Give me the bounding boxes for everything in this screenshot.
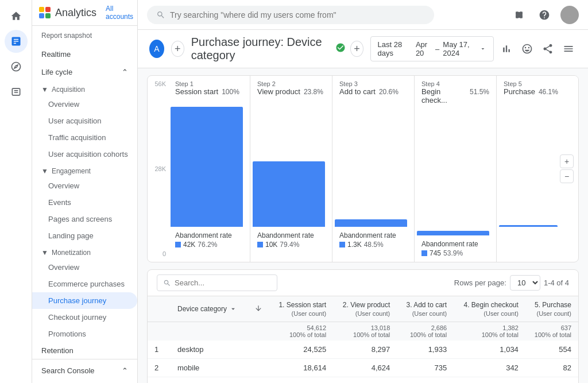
share-icon[interactable] bbox=[540, 38, 556, 59]
sidebar-engagement-header[interactable]: ▼ Engagement bbox=[32, 163, 137, 177]
table-search-bar[interactable] bbox=[157, 274, 277, 291]
sidebar-realtime[interactable]: Realtime bbox=[32, 45, 137, 63]
funnel-step-4: Step 4 Begin check... 51.5% Abandonme bbox=[415, 76, 497, 262]
sidebar-item-purchase-journey[interactable]: Purchase journey bbox=[32, 292, 137, 309]
step-4-bar-area bbox=[415, 109, 496, 235]
sidebar-monetization-header[interactable]: ▼ Monetization bbox=[32, 244, 137, 259]
step-5-bar bbox=[499, 225, 558, 227]
zoom-in-button[interactable]: + bbox=[560, 154, 574, 168]
sidebar-search-console-section: Search Console ⌃ ► Search Console bbox=[32, 359, 137, 383]
sidebar-item-landing-page[interactable]: Landing page bbox=[32, 227, 137, 244]
sidebar-item-eng-overview[interactable]: Overview bbox=[32, 177, 137, 194]
more-icon[interactable] bbox=[560, 38, 577, 59]
page-title: Purchase journey: Device category + bbox=[191, 36, 363, 62]
sidebar-item-retention[interactable]: Retention bbox=[32, 342, 137, 359]
topbar bbox=[138, 0, 588, 30]
sidebar-item-promotions[interactable]: Promotions bbox=[32, 326, 137, 342]
funnel-step-3: Step 3 Add to cart 20.6% Abandonment bbox=[332, 76, 415, 262]
zoom-out-button[interactable]: − bbox=[560, 169, 574, 183]
table-header-row: Device category 1. Session start (User c… bbox=[148, 296, 578, 322]
step-3-header: Step 3 Add to cart 20.6% bbox=[332, 76, 414, 100]
sidebar-item-traffic-acquisition[interactable]: Traffic acquisition bbox=[32, 129, 137, 146]
add-comparison-button[interactable]: + bbox=[171, 41, 184, 57]
sidebar-item-checkout-journey[interactable]: Checkout journey bbox=[32, 309, 137, 326]
col-device[interactable]: Device category bbox=[171, 296, 247, 322]
apps-icon[interactable] bbox=[510, 6, 528, 24]
help-icon[interactable] bbox=[535, 6, 554, 24]
search-bar[interactable] bbox=[147, 6, 434, 24]
sidebar-icon-reports[interactable] bbox=[5, 30, 28, 53]
table-search-icon bbox=[163, 279, 171, 287]
sidebar-report-snapshot[interactable]: Report snapshot bbox=[32, 26, 137, 45]
svg-rect-0 bbox=[516, 11, 519, 14]
app-logo bbox=[39, 5, 51, 21]
sidebar: Analytics All accounts Report snapshot R… bbox=[0, 0, 138, 383]
step-3-bar-area bbox=[332, 100, 414, 227]
sidebar-acquisition-header[interactable]: ▼ Acquisition bbox=[32, 81, 137, 96]
table-toolbar: Rows per page: 10 25 50 1-4 of 4 bbox=[148, 270, 578, 296]
col-number bbox=[148, 296, 171, 322]
page-header-right: Last 28 days Apr 20 – May 17, 2024 bbox=[370, 36, 577, 61]
table-row: 2 mobile 18,614 4,624 735 342 82 bbox=[148, 359, 578, 377]
step-1-bar bbox=[171, 107, 243, 227]
emoji-icon[interactable] bbox=[519, 38, 535, 59]
sidebar-item-acq-overview[interactable]: Overview bbox=[32, 96, 137, 113]
zoom-controls: + − bbox=[560, 154, 574, 183]
date-chevron-icon bbox=[479, 44, 486, 53]
device-filter-icon[interactable] bbox=[229, 305, 237, 313]
funnel-chart-wrapper: 56K 28K 0 Step 1 Session start 1 bbox=[148, 76, 578, 262]
content-area: 56K 28K 0 Step 1 Session start 1 bbox=[138, 68, 588, 383]
col-sort-icon[interactable] bbox=[247, 296, 269, 322]
sidebar-item-user-acquisition-cohorts[interactable]: User acquisition cohorts bbox=[32, 146, 137, 163]
topbar-right bbox=[510, 6, 579, 24]
icon-rail bbox=[0, 0, 32, 383]
page-header: A + Purchase journey: Device category + … bbox=[138, 30, 588, 68]
date-range-button[interactable]: Last 28 days Apr 20 – May 17, 2024 bbox=[370, 36, 494, 61]
data-table-area: Rows per page: 10 25 50 1-4 of 4 bbox=[147, 269, 579, 383]
step-2-header: Step 2 View product 23.8% bbox=[250, 76, 332, 100]
add-segment-button[interactable]: + bbox=[350, 41, 363, 57]
funnel-chart-area: 56K 28K 0 Step 1 Session start 1 bbox=[147, 75, 579, 262]
app-title: Analytics bbox=[55, 7, 96, 19]
sidebar-item-ecommerce-purchases[interactable]: Ecommerce purchases bbox=[32, 276, 137, 292]
sidebar-search-console-header[interactable]: Search Console ⌃ bbox=[41, 364, 128, 377]
data-table: Device category 1. Session start (User c… bbox=[148, 296, 578, 383]
sidebar-lifecycle-header[interactable]: Life cycle ⌃ bbox=[32, 63, 137, 81]
sidebar-icon-advertising[interactable] bbox=[5, 80, 28, 103]
sidebar-item-pages-screens[interactable]: Pages and screens bbox=[32, 211, 137, 227]
svg-rect-1 bbox=[520, 11, 523, 14]
step-4-abandonment: Abandonment rate 745 53.9% bbox=[415, 235, 496, 262]
sidebar-item-mon-overview[interactable]: Overview bbox=[32, 259, 137, 276]
sidebar-icon-explore[interactable] bbox=[5, 55, 28, 78]
step-2-abandonment: Abandonment rate 10K 79.4% bbox=[250, 227, 332, 253]
sidebar-item-events[interactable]: Events bbox=[32, 194, 137, 211]
page-avatar: A bbox=[149, 40, 164, 58]
col-begin-checkout: 4. Begin checkout (User count) bbox=[454, 296, 525, 322]
funnel-step-1: Step 1 Session start 100% Abandonment bbox=[168, 76, 250, 262]
chart-type-icon[interactable] bbox=[498, 38, 514, 59]
search-input[interactable] bbox=[170, 10, 425, 20]
table-search-input[interactable] bbox=[175, 278, 271, 287]
main-area: A + Purchase journey: Device category + … bbox=[138, 0, 588, 383]
step-3-abandonment: Abandonment rate 1.3K 48.5% bbox=[332, 227, 414, 253]
col-view-product: 2. View product (User count) bbox=[333, 296, 397, 322]
sidebar-item-user-acquisition[interactable]: User acquisition bbox=[32, 113, 137, 129]
all-accounts-link[interactable]: All accounts bbox=[106, 5, 133, 21]
step-1-bar-area bbox=[168, 100, 250, 227]
col-add-to-cart: 3. Add to cart (User count) bbox=[397, 296, 454, 322]
step-1-abandonment: Abandonment rate 42K 76.2% bbox=[168, 227, 250, 253]
funnel-steps-container: Step 1 Session start 100% Abandonment bbox=[168, 76, 578, 262]
step-4-bar bbox=[417, 231, 489, 235]
step-2-bar-area bbox=[250, 100, 332, 227]
sidebar-item-search-console[interactable]: ► Search Console bbox=[41, 377, 128, 383]
rows-per-page-control: Rows per page: 10 25 50 1-4 of 4 bbox=[454, 275, 569, 291]
sidebar-icon-home[interactable] bbox=[5, 5, 28, 28]
table-row: 1 desktop 24,525 8,297 1,933 1,034 554 bbox=[148, 341, 578, 359]
rows-per-page-select[interactable]: 10 25 50 bbox=[510, 275, 540, 291]
step-4-header: Step 4 Begin check... 51.5% bbox=[415, 76, 496, 109]
user-avatar[interactable] bbox=[560, 6, 579, 24]
table-totals-row: 54,612 100% of total 13,018 100% of tota… bbox=[148, 322, 578, 341]
sidebar-lifecycle-section: Life cycle ⌃ ▼ Acquisition Overview User… bbox=[32, 63, 137, 359]
step-5-header: Step 5 Purchase 46.1% bbox=[497, 76, 578, 100]
app-header: Analytics All accounts bbox=[32, 0, 137, 26]
